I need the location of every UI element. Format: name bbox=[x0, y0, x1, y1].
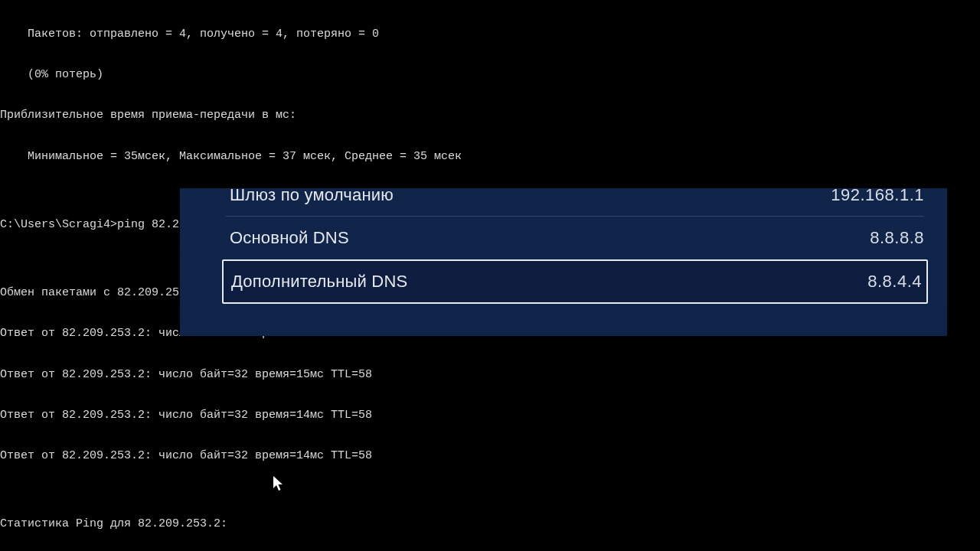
setting-value: 8.8.4.4 bbox=[867, 272, 922, 292]
setting-label: Дополнительный DNS bbox=[231, 272, 407, 292]
terminal-line: Статистика Ping для 82.209.253.2: bbox=[0, 517, 980, 531]
terminal-line: Ответ от 82.209.253.2: число байт=32 вре… bbox=[0, 409, 980, 422]
setting-label: Шлюз по умолчанию bbox=[230, 185, 394, 205]
setting-row-secondary-dns[interactable]: Дополнительный DNS 8.8.4.4 bbox=[222, 259, 928, 304]
terminal-line: Ответ от 82.209.253.2: число байт=32 вре… bbox=[0, 368, 980, 382]
setting-label: Основной DNS bbox=[230, 228, 349, 248]
setting-value: 192.168.1.1 bbox=[831, 185, 924, 205]
setting-row-primary-dns[interactable]: Основной DNS 8.8.8.8 bbox=[180, 217, 947, 259]
setting-value: 8.8.8.8 bbox=[870, 228, 924, 248]
terminal-line: Ответ от 82.209.253.2: число байт=32 вре… bbox=[0, 449, 980, 463]
terminal-line: Пакетов: отправлено = 4, получено = 4, п… bbox=[0, 28, 980, 41]
network-settings-overlay: Шлюз по умолчанию 192.168.1.1 Основной D… bbox=[180, 188, 947, 336]
terminal-line: (0% потерь) bbox=[0, 68, 980, 82]
terminal-line: Приблизительное время приема-передачи в … bbox=[0, 109, 980, 122]
setting-row-gateway[interactable]: Шлюз по умолчанию 192.168.1.1 bbox=[180, 188, 947, 216]
terminal-line: Минимальное = 35мсек, Максимальное = 37 … bbox=[0, 150, 980, 164]
